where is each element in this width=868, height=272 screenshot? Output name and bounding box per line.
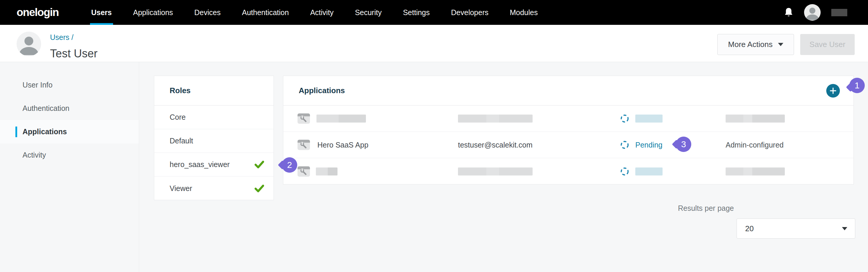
check-icon xyxy=(255,184,264,193)
skeleton-bar-login xyxy=(458,167,533,175)
sidebar-item-label: Authentication xyxy=(23,104,69,113)
role-row-default[interactable]: Default xyxy=(154,129,274,153)
application-row-loading xyxy=(283,158,854,184)
breadcrumb-users-link[interactable]: Users / xyxy=(50,33,73,42)
application-row-hero-saas-app[interactable]: Hero SaaS App testuser@scalekit.com Pend… xyxy=(283,132,854,158)
onelogin-logo[interactable]: onelogin xyxy=(17,6,59,19)
role-row-viewer[interactable]: Viewer xyxy=(154,176,274,200)
annotation-badge-3: 3 xyxy=(676,137,691,152)
sidebar-item-authentication[interactable]: Authentication xyxy=(0,97,139,120)
nav-right-controls xyxy=(784,0,847,25)
application-login: testuser@scalekit.com xyxy=(458,141,533,149)
page-size-select[interactable]: 20 xyxy=(737,218,855,239)
content-area: User Info Authentication Applications Ac… xyxy=(0,62,868,272)
nav-item-modules[interactable]: Modules xyxy=(510,0,538,25)
nav-item-applications[interactable]: Applications xyxy=(133,0,173,25)
nav-item-devices[interactable]: Devices xyxy=(194,0,221,25)
annotation-badge-2: 2 xyxy=(282,157,297,173)
person-icon xyxy=(804,4,820,21)
skeleton-bar-status xyxy=(635,167,662,175)
check-icon xyxy=(255,161,264,169)
more-actions-label: More Actions xyxy=(728,40,772,49)
account-name-redacted[interactable] xyxy=(831,9,847,16)
roles-panel-header: Roles xyxy=(154,76,274,106)
roles-panel: Roles Core Default hero_saas_viewer View… xyxy=(154,76,274,200)
nav-item-security[interactable]: Security xyxy=(355,0,381,25)
app-icon xyxy=(298,166,310,176)
person-icon xyxy=(17,32,41,56)
results-per-page-label: Results per page xyxy=(678,204,734,212)
role-name: Viewer xyxy=(169,184,192,193)
page-header: Users / Test User More Actions Save User xyxy=(0,25,868,62)
plus-icon xyxy=(829,87,837,95)
status-pending-link[interactable]: Pending xyxy=(635,141,662,149)
skeleton-bar-provisioning xyxy=(725,115,785,123)
nav-item-developers[interactable]: Developers xyxy=(451,0,489,25)
nav-item-settings[interactable]: Settings xyxy=(403,0,430,25)
caret-down-icon xyxy=(778,43,783,46)
active-indicator xyxy=(16,127,17,137)
role-name: Core xyxy=(169,113,186,122)
app-icon xyxy=(298,113,310,124)
account-avatar[interactable] xyxy=(804,4,820,21)
page-size-value: 20 xyxy=(745,224,754,233)
page-title: Test User xyxy=(50,47,97,60)
wrench-icon xyxy=(300,168,307,176)
roles-panel-title: Roles xyxy=(169,86,191,95)
notifications-bell-icon[interactable] xyxy=(784,7,794,18)
wrench-icon xyxy=(300,115,307,123)
applications-panel-title: Applications xyxy=(299,86,345,95)
sidebar-item-label: User Info xyxy=(23,81,53,89)
role-name: hero_saas_viewer xyxy=(169,160,230,169)
sidebar: User Info Authentication Applications Ac… xyxy=(0,62,139,272)
save-user-button[interactable]: Save User xyxy=(800,34,855,55)
sidebar-item-user-info[interactable]: User Info xyxy=(0,73,139,97)
skeleton-bar-status xyxy=(635,115,662,123)
nav-item-authentication[interactable]: Authentication xyxy=(242,0,289,25)
applications-panel-header: Applications xyxy=(283,76,854,106)
applications-panel: Applications xyxy=(283,76,854,184)
top-nav: onelogin Users Applications Devices Auth… xyxy=(0,0,868,25)
role-name: Default xyxy=(169,137,193,145)
skeleton-bar-name xyxy=(316,167,338,175)
caret-down-icon xyxy=(842,227,847,230)
role-row-hero-saas-viewer[interactable]: hero_saas_viewer xyxy=(154,153,274,176)
user-profile-avatar xyxy=(17,32,41,56)
sidebar-item-applications[interactable]: Applications xyxy=(0,120,139,143)
role-row-core[interactable]: Core xyxy=(154,106,274,129)
more-actions-button[interactable]: More Actions xyxy=(717,34,794,55)
nav-item-activity[interactable]: Activity xyxy=(310,0,334,25)
application-name: Hero SaaS App xyxy=(317,141,368,149)
application-row-loading xyxy=(283,106,854,132)
app-icon xyxy=(298,140,310,150)
onelogin-admin-page: onelogin Users Applications Devices Auth… xyxy=(0,0,868,272)
skeleton-bar-name xyxy=(316,115,366,123)
loading-spinner-icon xyxy=(620,167,629,176)
loading-spinner-icon xyxy=(620,140,629,149)
skeleton-bar-login xyxy=(458,115,533,123)
wrench-icon xyxy=(300,142,307,149)
provisioning-state: Admin-configured xyxy=(725,141,784,149)
nav-item-users[interactable]: Users xyxy=(91,0,112,25)
sidebar-item-label: Applications xyxy=(23,128,67,136)
primary-nav: Users Applications Devices Authenticatio… xyxy=(91,0,538,25)
loading-spinner-icon xyxy=(620,114,629,123)
sidebar-item-activity[interactable]: Activity xyxy=(0,143,139,167)
skeleton-bar-provisioning xyxy=(725,167,785,175)
add-application-button[interactable] xyxy=(826,84,840,98)
sidebar-item-label: Activity xyxy=(23,151,46,159)
annotation-badge-1: 1 xyxy=(849,78,865,93)
